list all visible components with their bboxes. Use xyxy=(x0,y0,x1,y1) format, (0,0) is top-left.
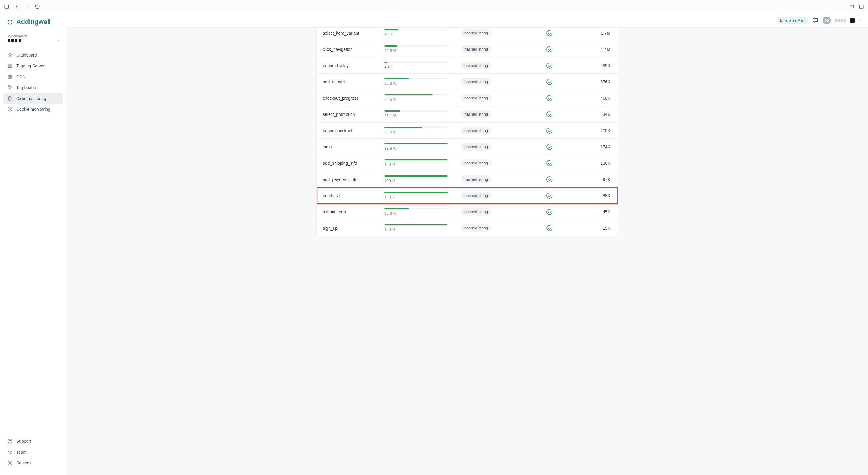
event-count: 97K xyxy=(590,177,612,182)
back-icon[interactable] xyxy=(14,4,20,10)
event-name: select_promotion xyxy=(323,112,377,117)
progress-label: 22 % xyxy=(384,32,454,37)
lifebuoy-icon xyxy=(7,439,13,444)
sidebar-item-label: CDN xyxy=(16,74,25,79)
event-name: begin_checkout xyxy=(323,128,377,133)
event-count: 174K xyxy=(590,144,612,149)
table-row[interactable]: popin_display4.1 %hashed string999K xyxy=(317,58,618,74)
svg-line-26 xyxy=(8,442,9,443)
svg-point-21 xyxy=(9,110,10,110)
type-badge: hashed string xyxy=(461,159,492,167)
sidebar-item-tagging-server[interactable]: Tagging Server xyxy=(3,61,63,71)
status-check-icon xyxy=(547,176,583,182)
progress-cell: 25.1 % xyxy=(384,110,454,118)
svg-rect-0 xyxy=(4,5,9,8)
type-badge: hashed string xyxy=(461,192,492,199)
table-row[interactable]: select_item_variant22 %hashed string1.7M xyxy=(317,28,618,41)
table-row[interactable]: sign_up100 %hashed string15K xyxy=(317,220,618,236)
table-row[interactable]: checkout_progress76.5 %hashed string460K xyxy=(317,90,618,106)
progress-bar xyxy=(384,78,447,79)
sidebar-toggle-icon[interactable] xyxy=(4,4,10,10)
users-icon xyxy=(7,449,13,455)
content-scroll[interactable]: select_item_variant22 %hashed string1.7M… xyxy=(66,28,868,475)
type-badge: hashed string xyxy=(461,62,492,69)
status-check-icon xyxy=(547,225,583,231)
table-row[interactable]: login99.9 %hashed string174K xyxy=(317,139,618,155)
sidebar-item-cookie-monitoring[interactable]: Cookie monitoring xyxy=(3,104,63,115)
browser-chrome xyxy=(0,0,868,13)
status-check-icon xyxy=(547,30,583,36)
status-check-icon xyxy=(547,209,583,215)
table-row[interactable]: add_payment_info100 %hashed string97K xyxy=(317,171,618,188)
user-name-redacted xyxy=(835,19,846,22)
progress-label: 25.1 % xyxy=(384,113,454,118)
sidebar-item-tag-health[interactable]: Tag health xyxy=(3,82,63,93)
plan-badge[interactable]: Enterprise Plan xyxy=(777,17,808,24)
status-check-icon xyxy=(547,128,583,134)
sidebar-item-cdn[interactable]: CDN xyxy=(3,71,63,82)
event-count: 1.7M xyxy=(590,31,612,36)
type-badge: hashed string xyxy=(461,45,492,53)
svg-point-30 xyxy=(9,462,11,464)
sidebar-item-label: Tag health xyxy=(16,85,36,90)
progress-label: 99.9 % xyxy=(384,146,454,150)
event-name: checkout_progress xyxy=(323,96,377,101)
table-row[interactable]: purchase100 %hashed string88K xyxy=(317,188,618,204)
event-count: 45K xyxy=(590,209,612,214)
table-row[interactable]: select_promotion25.1 %hashed string234K xyxy=(317,106,618,123)
svg-point-6 xyxy=(7,20,10,22)
table-row[interactable]: add_to_cart38.8 %hashed string676K xyxy=(317,74,618,90)
sidebar-item-label: Team xyxy=(16,450,27,454)
sidebar-item-label: Dashboard xyxy=(16,53,37,58)
sidebar-item-dashboard[interactable]: Dashboard xyxy=(3,50,63,61)
sidebar-item-support[interactable]: Support xyxy=(3,436,63,447)
status-check-icon xyxy=(547,111,583,117)
sidebar-item-team[interactable]: Team xyxy=(3,447,63,457)
gear-icon xyxy=(7,460,13,466)
event-name: add_payment_info xyxy=(323,177,377,182)
status-check-icon xyxy=(547,63,583,69)
workspace-switcher[interactable]: Workspace ⌃⌃ xyxy=(0,31,66,48)
event-name: sign_up xyxy=(323,226,377,231)
table-row[interactable]: submit_form38.6 %hashed string45K xyxy=(317,204,618,220)
chevron-down-icon[interactable]: ▾ xyxy=(859,19,861,22)
progress-cell: 100 % xyxy=(384,175,454,183)
event-count: 999K xyxy=(590,63,612,68)
svg-point-28 xyxy=(9,451,10,452)
progress-label: 100 % xyxy=(384,227,454,232)
type-badge: hashed string xyxy=(461,143,492,150)
theme-swatch[interactable] xyxy=(850,18,855,23)
event-count: 460K xyxy=(590,96,612,101)
type-badge: hashed string xyxy=(461,175,492,183)
table-row[interactable]: begin_checkout60.2 %hashed string200K xyxy=(317,123,618,139)
event-count: 200K xyxy=(590,128,612,133)
progress-cell: 4.1 % xyxy=(384,62,454,69)
sidebar-item-settings[interactable]: Settings xyxy=(3,457,63,468)
svg-point-19 xyxy=(9,109,10,109)
progress-cell: 100 % xyxy=(384,192,454,199)
type-badge: hashed string xyxy=(461,208,492,215)
avatar[interactable]: OS xyxy=(823,16,831,24)
svg-rect-2 xyxy=(850,5,854,8)
reload-icon[interactable] xyxy=(34,4,40,10)
svg-rect-4 xyxy=(859,5,864,8)
svg-point-7 xyxy=(10,20,13,22)
svg-point-29 xyxy=(10,451,12,452)
sidebar-item-label: Tagging Server xyxy=(16,64,44,68)
type-badge: hashed string xyxy=(461,224,492,232)
progress-cell: 100 % xyxy=(384,224,454,232)
chat-icon[interactable] xyxy=(812,17,818,24)
progress-cell: 60.2 % xyxy=(384,127,454,134)
svg-line-25 xyxy=(10,440,11,441)
svg-line-24 xyxy=(8,440,9,441)
share-icon[interactable] xyxy=(849,4,855,10)
sidebar-item-data-monitoring[interactable]: Data monitoring xyxy=(3,93,63,104)
svg-line-27 xyxy=(10,442,11,443)
sidebar: Addingwell Workspace ⌃⌃ DashboardTagging… xyxy=(0,13,66,475)
panel-toggle-icon[interactable] xyxy=(858,4,864,10)
progress-cell: 38.8 % xyxy=(384,78,454,86)
table-row[interactable]: click_navigation20.5 %hashed string1.4M xyxy=(317,41,618,58)
table-row[interactable]: add_shipping_info100 %hashed string136K xyxy=(317,155,618,171)
logo[interactable]: Addingwell xyxy=(0,18,66,31)
event-count: 88K xyxy=(590,193,612,198)
